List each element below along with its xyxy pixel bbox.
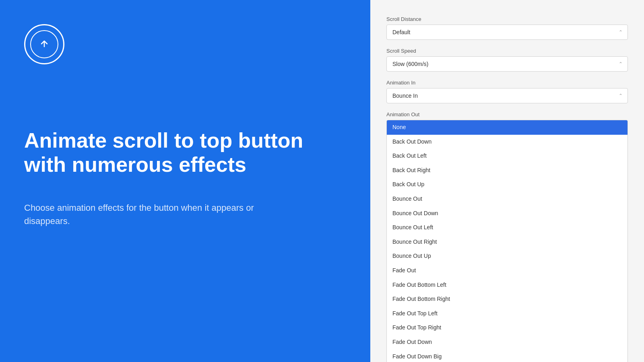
animation-out-list[interactable]: NoneBack Out DownBack Out LeftBack Out R… <box>387 120 627 362</box>
scroll-distance-group: Scroll Distance Default ⌃ <box>386 16 628 40</box>
scroll-distance-select-wrapper[interactable]: Default ⌃ <box>386 25 628 40</box>
scroll-speed-select[interactable]: Slow (600m/s) <box>387 57 627 71</box>
animation-in-group: Animation In Bounce In ⌃ <box>386 80 628 103</box>
list-item[interactable]: Bounce Out <box>387 192 627 206</box>
list-item[interactable]: Bounce Out Right <box>387 235 627 249</box>
animation-in-select-wrapper[interactable]: Bounce In ⌃ <box>386 88 628 103</box>
list-item[interactable]: Fade Out Bottom Left <box>387 278 627 292</box>
right-panel: Scroll Distance Default ⌃ Scroll Speed S… <box>370 0 644 362</box>
list-item[interactable]: Fade Out <box>387 263 627 278</box>
list-item[interactable]: Back Out Down <box>387 135 627 149</box>
list-item[interactable]: None <box>387 120 627 135</box>
list-item[interactable]: Bounce Out Left <box>387 220 627 235</box>
left-panel: Animate scroll to top button with numero… <box>0 0 370 362</box>
list-item[interactable]: Fade Out Bottom Right <box>387 292 627 306</box>
list-item[interactable]: Fade Out Down Big <box>387 350 627 362</box>
logo-inner-circle <box>30 30 58 58</box>
list-item[interactable]: Back Out Right <box>387 163 627 178</box>
scroll-speed-label: Scroll Speed <box>386 48 628 54</box>
animation-out-label: Animation Out <box>386 111 628 117</box>
logo-circle <box>24 24 64 64</box>
scroll-speed-group: Scroll Speed Slow (600m/s) ⌃ <box>386 48 628 72</box>
list-item[interactable]: Back Out Up <box>387 177 627 192</box>
list-item[interactable]: Fade Out Down <box>387 335 627 350</box>
list-item[interactable]: Back Out Left <box>387 149 627 163</box>
list-item[interactable]: Fade Out Top Right <box>387 321 627 335</box>
list-item[interactable]: Bounce Out Up <box>387 249 627 263</box>
subtitle: Choose animation effects for the button … <box>24 201 274 228</box>
animation-out-section: Animation Out NoneBack Out DownBack Out … <box>386 111 628 362</box>
scroll-speed-select-wrapper[interactable]: Slow (600m/s) ⌃ <box>386 56 628 72</box>
animation-out-dropdown[interactable]: NoneBack Out DownBack Out LeftBack Out R… <box>386 120 628 362</box>
animation-in-label: Animation In <box>386 80 628 86</box>
list-item[interactable]: Fade Out Top Left <box>387 306 627 321</box>
animation-in-select[interactable]: Bounce In <box>387 88 627 103</box>
scroll-distance-label: Scroll Distance <box>386 16 628 22</box>
scroll-distance-select[interactable]: Default <box>387 25 627 39</box>
main-title: Animate scroll to top button with numero… <box>24 129 346 177</box>
arrow-up-icon <box>39 38 50 51</box>
list-item[interactable]: Bounce Out Down <box>387 206 627 221</box>
